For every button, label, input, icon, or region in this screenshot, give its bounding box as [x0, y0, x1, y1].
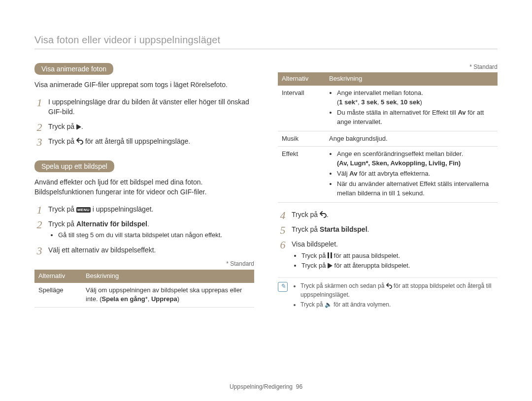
footer-label: Uppspelning/Redigering — [230, 383, 293, 390]
page-number: 96 — [296, 383, 302, 390]
steps-animated: I uppspelningsläge drar du bilden åt vän… — [34, 97, 254, 147]
back-icon — [76, 138, 83, 145]
left-column: Visa animerade foton Visa animerade GIF-… — [34, 63, 254, 310]
standard-note: * Standard — [278, 63, 498, 71]
step: Visa bildspelet. Tryck på för att pausa … — [278, 239, 498, 271]
table-header: Alternativ Beskrivning — [278, 72, 498, 86]
opt-key: Effekt — [278, 147, 325, 202]
step: I uppspelningsläge drar du bilden åt vän… — [34, 97, 254, 117]
steps-slideshow-right: Tryck på . Tryck på Starta bildspel. Vis… — [278, 210, 498, 271]
opt-key: Musik — [278, 131, 325, 147]
opt-val: Ange intervallet mellan fotona. (1 sek*,… — [325, 86, 498, 131]
intro-animated: Visa animerade GIF-filer upprepat som to… — [34, 80, 254, 90]
table-row: Effekt Ange en scenförändringseffekt mel… — [278, 147, 498, 202]
step: Välj ett alternativ av bildspelseffekt. — [34, 245, 254, 255]
play-icon — [76, 124, 81, 130]
opt-val: Ange en scenförändringseffekt mellan bil… — [325, 147, 498, 202]
right-column: * Standard Alternativ Beskrivning Interv… — [278, 63, 498, 310]
options-table-left: Alternativ Beskrivning Spelläge Välj om … — [34, 270, 254, 308]
step: Tryck på MENU i uppspelningsläget. — [34, 204, 254, 214]
info-icon: ✎ — [278, 282, 288, 292]
step: Tryck på för att återgå till uppspelning… — [34, 136, 254, 146]
menu-icon: MENU — [76, 207, 91, 213]
opt-key: Spelläge — [34, 283, 82, 308]
col-header: Alternativ — [34, 270, 82, 283]
page-title: Visa foton eller videor i uppspelningslä… — [34, 34, 498, 49]
steps-slideshow-left: Tryck på MENU i uppspelningsläget. Tryck… — [34, 204, 254, 255]
back-icon — [320, 211, 327, 218]
col-header: Beskrivning — [82, 270, 254, 283]
note-item: Tryck på för att ändra volymen. — [300, 301, 498, 309]
step: Tryck på Starta bildspel. — [278, 224, 498, 234]
col-header: Beskrivning — [325, 72, 498, 86]
table-header: Alternativ Beskrivning — [34, 270, 254, 283]
opt-key: Intervall — [278, 86, 325, 131]
sub-bullet: Gå till steg 5 om du vill starta bildspe… — [58, 231, 254, 240]
pause-icon — [328, 252, 332, 258]
section-heading-animated: Visa animerade foton — [34, 63, 113, 75]
step: Tryck på . — [34, 122, 254, 131]
section-heading-slideshow: Spela upp ett bildspel — [34, 160, 114, 172]
step: Tryck på . — [278, 210, 498, 219]
standard-note: * Standard — [34, 260, 254, 268]
page-footer: Uppspelning/Redigering 96 — [0, 383, 532, 390]
options-table-right: Alternativ Beskrivning Intervall Ange in… — [278, 72, 498, 202]
table-row: Musik Ange bakgrundsljud. — [278, 131, 498, 147]
opt-val: Ange bakgrundsljud. — [325, 131, 498, 147]
note-item: Tryck på skärmen och sedan på för att st… — [300, 282, 498, 299]
page: Visa foton eller videor i uppspelningslä… — [0, 0, 532, 401]
volume-icon — [325, 301, 332, 308]
back-icon — [386, 283, 392, 289]
table-row: Intervall Ange intervallet mellan fotona… — [278, 86, 498, 131]
sub-item: Tryck på för att återuppta bildspelet. — [301, 261, 498, 271]
play-icon — [328, 263, 332, 269]
intro-slideshow: Använd effekter och ljud för ett bildspe… — [34, 177, 254, 197]
sub-item: Tryck på för att pausa bildspelet. — [301, 251, 498, 261]
opt-val: Välj om uppspelningen av bildspelet ska … — [82, 283, 254, 308]
sub-bullet: Tryck på för att pausa bildspelet. Tryck… — [301, 251, 498, 271]
step: Tryck på Alternativ för bildspel. Gå til… — [34, 219, 254, 240]
table-row: Spelläge Välj om uppspelningen av bildsp… — [34, 283, 254, 308]
sub-item: Gå till steg 5 om du vill starta bildspe… — [58, 231, 254, 240]
col-header: Alternativ — [278, 72, 325, 86]
columns: Visa animerade foton Visa animerade GIF-… — [34, 63, 498, 310]
note-box: ✎ Tryck på skärmen och sedan på för att … — [278, 278, 498, 310]
